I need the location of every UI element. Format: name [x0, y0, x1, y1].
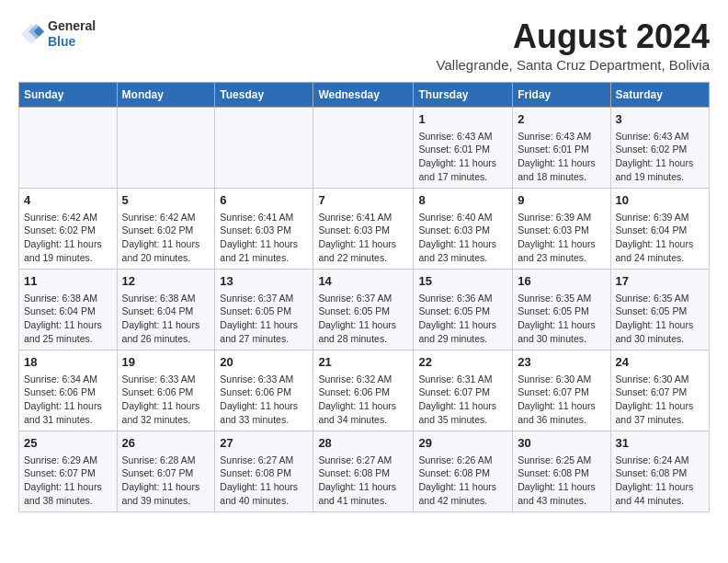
calendar-cell: 31Sunrise: 6:24 AM Sunset: 6:08 PM Dayli…: [610, 431, 710, 511]
day-number: 22: [418, 354, 507, 371]
day-number: 31: [616, 435, 705, 452]
day-number: 8: [418, 192, 507, 209]
col-header-tuesday: Tuesday: [215, 82, 313, 107]
calendar-week-row: 4Sunrise: 6:42 AM Sunset: 6:02 PM Daylig…: [19, 188, 710, 269]
day-info: Sunrise: 6:43 AM Sunset: 6:01 PM Dayligh…: [518, 130, 605, 184]
day-info: Sunrise: 6:35 AM Sunset: 6:05 PM Dayligh…: [518, 292, 605, 346]
day-info: Sunrise: 6:41 AM Sunset: 6:03 PM Dayligh…: [318, 211, 408, 265]
month-year-title: August 2024: [437, 18, 710, 55]
logo: General Blue: [18, 18, 96, 50]
day-number: 9: [518, 192, 605, 209]
day-info: Sunrise: 6:40 AM Sunset: 6:03 PM Dayligh…: [418, 211, 507, 265]
day-number: 2: [518, 111, 605, 128]
day-info: Sunrise: 6:38 AM Sunset: 6:04 PM Dayligh…: [122, 292, 210, 346]
calendar-cell: 1Sunrise: 6:43 AM Sunset: 6:01 PM Daylig…: [414, 107, 513, 188]
day-info: Sunrise: 6:35 AM Sunset: 6:05 PM Dayligh…: [616, 292, 705, 346]
logo-blue: Blue: [48, 34, 96, 50]
day-info: Sunrise: 6:29 AM Sunset: 6:07 PM Dayligh…: [24, 454, 112, 508]
day-number: 15: [418, 273, 507, 290]
calendar-cell: 12Sunrise: 6:38 AM Sunset: 6:04 PM Dayli…: [117, 269, 215, 350]
day-info: Sunrise: 6:33 AM Sunset: 6:06 PM Dayligh…: [122, 373, 210, 427]
calendar-cell: 22Sunrise: 6:31 AM Sunset: 6:07 PM Dayli…: [414, 350, 513, 431]
calendar-cell: 6Sunrise: 6:41 AM Sunset: 6:03 PM Daylig…: [215, 188, 313, 269]
calendar-cell: 9Sunrise: 6:39 AM Sunset: 6:03 PM Daylig…: [513, 188, 610, 269]
col-header-friday: Friday: [513, 82, 610, 107]
location-subtitle: Vallegrande, Santa Cruz Department, Boli…: [437, 57, 710, 73]
calendar-cell: 7Sunrise: 6:41 AM Sunset: 6:03 PM Daylig…: [313, 188, 414, 269]
calendar-cell: 13Sunrise: 6:37 AM Sunset: 6:05 PM Dayli…: [215, 269, 313, 350]
day-number: 4: [24, 192, 112, 209]
day-info: Sunrise: 6:28 AM Sunset: 6:07 PM Dayligh…: [122, 454, 210, 508]
calendar-header-row: SundayMondayTuesdayWednesdayThursdayFrid…: [19, 82, 710, 107]
day-info: Sunrise: 6:38 AM Sunset: 6:04 PM Dayligh…: [24, 292, 112, 346]
col-header-saturday: Saturday: [610, 82, 710, 107]
day-number: 28: [318, 435, 408, 452]
day-info: Sunrise: 6:39 AM Sunset: 6:03 PM Dayligh…: [518, 211, 605, 265]
calendar-cell: 20Sunrise: 6:33 AM Sunset: 6:06 PM Dayli…: [215, 350, 313, 431]
day-number: 19: [122, 354, 210, 371]
logo-text: General Blue: [48, 18, 96, 50]
day-number: 6: [220, 192, 308, 209]
calendar-cell: 21Sunrise: 6:32 AM Sunset: 6:06 PM Dayli…: [313, 350, 414, 431]
day-info: Sunrise: 6:42 AM Sunset: 6:02 PM Dayligh…: [122, 211, 210, 265]
day-info: Sunrise: 6:36 AM Sunset: 6:05 PM Dayligh…: [418, 292, 507, 346]
day-number: 26: [122, 435, 210, 452]
day-info: Sunrise: 6:39 AM Sunset: 6:04 PM Dayligh…: [616, 211, 705, 265]
calendar-cell: 8Sunrise: 6:40 AM Sunset: 6:03 PM Daylig…: [414, 188, 513, 269]
calendar-cell: 27Sunrise: 6:27 AM Sunset: 6:08 PM Dayli…: [215, 431, 313, 511]
day-number: 30: [518, 435, 605, 452]
calendar-week-row: 25Sunrise: 6:29 AM Sunset: 6:07 PM Dayli…: [19, 431, 710, 511]
calendar-cell: 24Sunrise: 6:30 AM Sunset: 6:07 PM Dayli…: [610, 350, 710, 431]
calendar-cell: 17Sunrise: 6:35 AM Sunset: 6:05 PM Dayli…: [610, 269, 710, 350]
day-number: 27: [220, 435, 308, 452]
calendar-cell: [313, 107, 414, 188]
day-info: Sunrise: 6:31 AM Sunset: 6:07 PM Dayligh…: [418, 373, 507, 427]
logo-icon: [18, 21, 44, 47]
day-info: Sunrise: 6:32 AM Sunset: 6:06 PM Dayligh…: [318, 373, 408, 427]
day-number: 29: [418, 435, 507, 452]
day-number: 10: [616, 192, 705, 209]
day-number: 16: [518, 273, 605, 290]
calendar-cell: 28Sunrise: 6:27 AM Sunset: 6:08 PM Dayli…: [313, 431, 414, 511]
day-number: 5: [122, 192, 210, 209]
day-info: Sunrise: 6:41 AM Sunset: 6:03 PM Dayligh…: [220, 211, 308, 265]
day-number: 12: [122, 273, 210, 290]
calendar-cell: 5Sunrise: 6:42 AM Sunset: 6:02 PM Daylig…: [117, 188, 215, 269]
logo-general: General: [48, 18, 96, 34]
calendar-cell: [19, 107, 118, 188]
day-info: Sunrise: 6:30 AM Sunset: 6:07 PM Dayligh…: [616, 373, 705, 427]
day-number: 7: [318, 192, 408, 209]
calendar-cell: 10Sunrise: 6:39 AM Sunset: 6:04 PM Dayli…: [610, 188, 710, 269]
day-info: Sunrise: 6:37 AM Sunset: 6:05 PM Dayligh…: [220, 292, 308, 346]
day-info: Sunrise: 6:43 AM Sunset: 6:02 PM Dayligh…: [616, 130, 705, 184]
calendar-cell: 2Sunrise: 6:43 AM Sunset: 6:01 PM Daylig…: [513, 107, 610, 188]
calendar-table: SundayMondayTuesdayWednesdayThursdayFrid…: [18, 82, 710, 512]
day-number: 20: [220, 354, 308, 371]
col-header-monday: Monday: [117, 82, 215, 107]
page-header: General Blue August 2024 Vallegrande, Sa…: [18, 18, 710, 73]
calendar-cell: 30Sunrise: 6:25 AM Sunset: 6:08 PM Dayli…: [513, 431, 610, 511]
day-number: 11: [24, 273, 112, 290]
calendar-cell: 19Sunrise: 6:33 AM Sunset: 6:06 PM Dayli…: [117, 350, 215, 431]
day-number: 21: [318, 354, 408, 371]
day-number: 23: [518, 354, 605, 371]
day-number: 13: [220, 273, 308, 290]
day-info: Sunrise: 6:26 AM Sunset: 6:08 PM Dayligh…: [418, 454, 507, 508]
col-header-thursday: Thursday: [414, 82, 513, 107]
calendar-cell: 26Sunrise: 6:28 AM Sunset: 6:07 PM Dayli…: [117, 431, 215, 511]
day-info: Sunrise: 6:33 AM Sunset: 6:06 PM Dayligh…: [220, 373, 308, 427]
calendar-cell: 3Sunrise: 6:43 AM Sunset: 6:02 PM Daylig…: [610, 107, 710, 188]
calendar-cell: 4Sunrise: 6:42 AM Sunset: 6:02 PM Daylig…: [19, 188, 118, 269]
day-number: 24: [616, 354, 705, 371]
calendar-cell: [117, 107, 215, 188]
calendar-cell: 15Sunrise: 6:36 AM Sunset: 6:05 PM Dayli…: [414, 269, 513, 350]
day-info: Sunrise: 6:25 AM Sunset: 6:08 PM Dayligh…: [518, 454, 605, 508]
day-info: Sunrise: 6:27 AM Sunset: 6:08 PM Dayligh…: [220, 454, 308, 508]
day-info: Sunrise: 6:30 AM Sunset: 6:07 PM Dayligh…: [518, 373, 605, 427]
day-number: 18: [24, 354, 112, 371]
day-number: 17: [616, 273, 705, 290]
calendar-cell: 16Sunrise: 6:35 AM Sunset: 6:05 PM Dayli…: [513, 269, 610, 350]
day-number: 14: [318, 273, 408, 290]
calendar-cell: 11Sunrise: 6:38 AM Sunset: 6:04 PM Dayli…: [19, 269, 118, 350]
col-header-sunday: Sunday: [19, 82, 118, 107]
